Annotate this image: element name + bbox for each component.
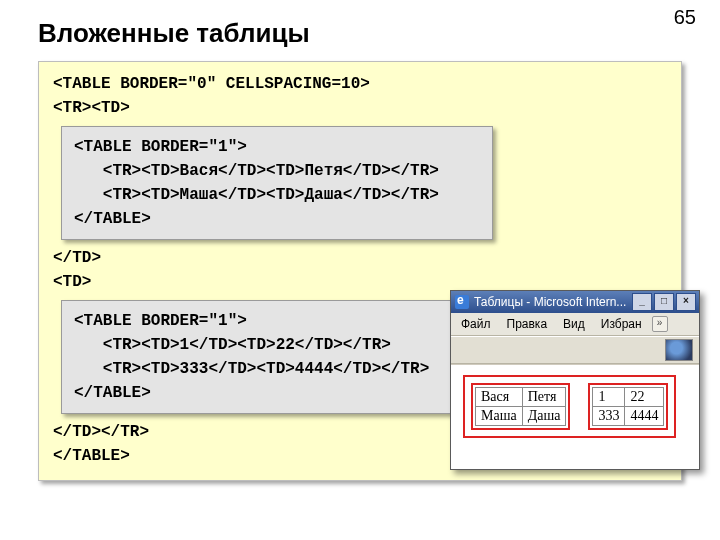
rendered-inner-table-2: 1 22 333 4444 [592,387,664,426]
menu-overflow-button[interactable]: » [652,316,668,332]
code-line: </TABLE> [74,381,474,405]
table-row: 333 4444 [593,407,664,426]
menu-file[interactable]: Файл [455,316,497,332]
code-line: <TR><TD>1</TD><TD>22</TD></TR> [74,333,474,357]
table-cell: 333 [593,407,625,426]
code-block-inner-2: <TABLE BORDER="1"> <TR><TD>1</TD><TD>22<… [61,300,493,414]
page-number: 65 [674,6,696,29]
code-line: <TR><TD> [53,96,667,120]
table-row: Маша Даша [476,407,566,426]
window-title: Таблицы - Microsoft Intern... [474,295,630,309]
rendered-outer-table: Вася Петя Маша Даша 1 22 333 [463,375,676,438]
menu-bar: Файл Правка Вид Избран » [451,313,699,336]
code-line: </TD> [53,246,667,270]
code-line: <TR><TD>Вася</TD><TD>Петя</TD></TR> [74,159,474,183]
code-line: <TABLE BORDER="0" CELLSPACING=10> [53,72,667,96]
menu-favorites[interactable]: Избран [595,316,648,332]
close-button[interactable]: × [676,293,696,311]
outer-cell: 1 22 333 4444 [588,383,668,430]
code-line: </TABLE> [74,207,474,231]
code-line: <TR><TD>333</TD><TD>4444</TD></TR> [74,357,474,381]
table-row: Вася Петя [476,388,566,407]
rendered-inner-table-1: Вася Петя Маша Даша [475,387,566,426]
table-row: 1 22 [593,388,664,407]
table-cell: Даша [522,407,566,426]
toolbar [451,336,699,364]
maximize-button[interactable]: □ [654,293,674,311]
code-line: <TABLE BORDER="1"> [74,135,474,159]
table-cell: 4444 [625,407,664,426]
window-titlebar[interactable]: Таблицы - Microsoft Intern... _ □ × [451,291,699,313]
table-cell: Вася [476,388,523,407]
table-cell: Петя [522,388,566,407]
throbber-icon [665,339,693,361]
outer-cell: Вася Петя Маша Даша [471,383,570,430]
browser-viewport: Вася Петя Маша Даша 1 22 333 [451,364,699,469]
table-cell: 1 [593,388,625,407]
ie-icon [455,295,469,309]
code-line: <TR><TD>Маша</TD><TD>Даша</TD></TR> [74,183,474,207]
code-line: <TABLE BORDER="1"> [74,309,474,333]
code-block-inner-1: <TABLE BORDER="1"> <TR><TD>Вася</TD><TD>… [61,126,493,240]
table-cell: Маша [476,407,523,426]
menu-edit[interactable]: Правка [501,316,554,332]
slide-title: Вложенные таблицы [0,0,720,61]
browser-window: Таблицы - Microsoft Intern... _ □ × Файл… [450,290,700,470]
menu-view[interactable]: Вид [557,316,591,332]
minimize-button[interactable]: _ [632,293,652,311]
table-cell: 22 [625,388,664,407]
